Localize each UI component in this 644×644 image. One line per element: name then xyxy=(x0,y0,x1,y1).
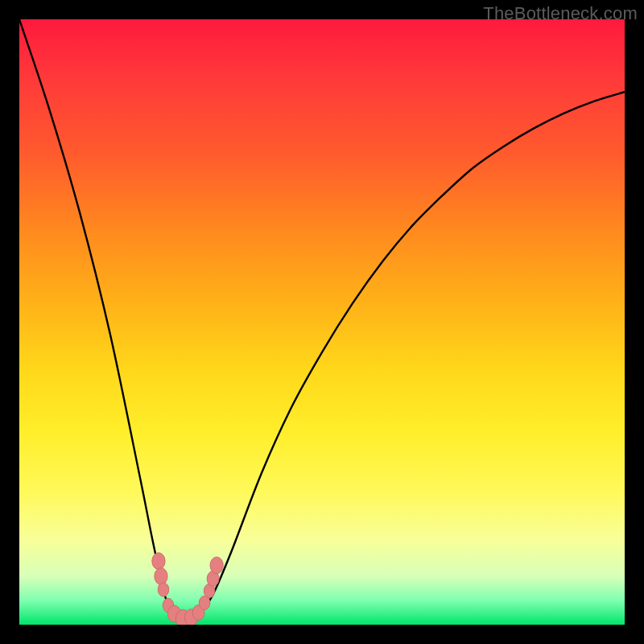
bottleneck-curve xyxy=(19,19,625,619)
bead-marker xyxy=(152,553,165,570)
curve-svg xyxy=(19,19,625,625)
bead-marker xyxy=(155,568,167,584)
bead-marker xyxy=(158,583,169,597)
bead-marker xyxy=(210,557,223,574)
plot-frame xyxy=(19,19,625,625)
plot xyxy=(19,19,625,625)
beads-group xyxy=(152,553,223,625)
watermark-text: TheBottleneck.com xyxy=(483,3,638,24)
